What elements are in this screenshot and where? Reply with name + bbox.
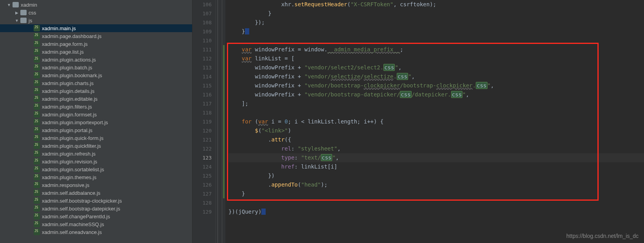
code-line[interactable] <box>228 108 644 117</box>
code-line[interactable]: windowPrefix + "vendor/selectize/selecti… <box>228 72 644 81</box>
line-number: 110 <box>192 36 212 45</box>
tree-file[interactable]: ·xadmin.self.bootstrap-clockpicker.js <box>0 197 192 205</box>
tree-folder-css[interactable]: ▶ css <box>0 9 192 16</box>
chevron-down-icon[interactable]: ▼ <box>6 2 12 7</box>
tree-file[interactable]: ·xadmin.plugin.filters.js <box>0 103 192 111</box>
spacer: · <box>27 33 33 39</box>
tree-file-label: xadmin.plugin.actions.js <box>42 57 96 63</box>
code-line[interactable]: })(jQuery) <box>228 207 644 216</box>
code-line[interactable]: windowPrefix + "vendor/bootstrap-clockpi… <box>228 81 644 90</box>
tree-file[interactable]: ·xadmin.self.bootstrap-datepicker.js <box>0 205 192 212</box>
tree-file[interactable]: ·xadmin.plugin.actions.js <box>0 56 192 63</box>
code-line[interactable]: }); <box>228 18 644 27</box>
spacer: · <box>27 221 33 227</box>
code-line[interactable]: .appendTo("head"); <box>228 180 644 189</box>
tree-file-label: xadmin.plugin.portal.js <box>42 127 92 133</box>
code-line[interactable]: href: linkList[i] <box>228 162 644 171</box>
code-line[interactable]: for (var i = 0; i < linkList.length; i++… <box>228 117 644 126</box>
js-file-icon <box>34 190 40 196</box>
change-marker <box>222 198 225 207</box>
tree-file-label: xadmin.self.addbalance.js <box>42 190 101 196</box>
tree-folder-js[interactable]: ▼ js <box>0 16 192 24</box>
spacer: · <box>27 96 33 102</box>
code-line[interactable]: var windowPrefix = window.__admin_media_… <box>228 45 644 54</box>
tree-file[interactable]: ·xadmin.self.changeParentId.js <box>0 212 192 220</box>
tree-file-label: xadmin.plugin.batch.js <box>42 65 92 71</box>
tree-file-label: xadmin.plugin.details.js <box>42 88 94 94</box>
code-area[interactable]: 1061071081091101111121131141151161171181… <box>192 0 644 243</box>
js-file-icon <box>34 56 40 63</box>
editor[interactable]: 1061071081091101111121131141151161171181… <box>192 0 644 243</box>
spacer: · <box>27 143 33 149</box>
fold-strip[interactable] <box>216 0 222 243</box>
tree-folder-xadmin[interactable]: ▼ xadmin <box>0 1 192 9</box>
code-line[interactable]: }) <box>228 171 644 180</box>
tree-file[interactable]: ·xadmin.plugin.formset.js <box>0 111 192 118</box>
tree-file[interactable]: ·xadmin.plugin.importexport.js <box>0 118 192 126</box>
spacer: · <box>27 120 33 125</box>
line-number: 108 <box>192 18 212 27</box>
change-marker <box>223 162 225 171</box>
tree-file[interactable]: ·xadmin.plugin.details.js <box>0 87 192 95</box>
spacer: · <box>27 49 33 54</box>
code-line[interactable] <box>228 198 644 207</box>
code-line[interactable]: windowPrefix + "vendor/bootstrap-datepic… <box>228 90 644 99</box>
code-line[interactable]: $("<link>") <box>228 126 644 135</box>
line-number: 122 <box>192 144 212 153</box>
chevron-down-icon[interactable]: ▼ <box>14 18 20 23</box>
tree-file[interactable]: ·xadmin.plugin.quickfilter.js <box>0 142 192 150</box>
chevron-right-icon[interactable]: ▶ <box>14 10 20 15</box>
code-line[interactable]: .attr({ <box>228 135 644 144</box>
line-number: 113 <box>192 63 212 72</box>
project-tree[interactable]: ▼ xadmin ▶ css ▼ js ·xadmin.main.js·xadm… <box>0 0 192 243</box>
tree-file-label: xadmin.responsive.js <box>42 182 89 188</box>
code[interactable]: xhr.setRequestHeader("X-CSRFToken", csrf… <box>225 0 644 243</box>
code-line[interactable]: } <box>228 27 644 36</box>
tree-file[interactable]: ·xadmin.plugin.batch.js <box>0 63 192 71</box>
tree-file[interactable]: ·xadmin.plugin.portal.js <box>0 126 192 134</box>
js-file-icon <box>34 25 40 31</box>
line-number: 118 <box>192 108 212 117</box>
code-line[interactable] <box>228 36 644 45</box>
tree-file[interactable]: ·xadmin.self.machineSSQ.js <box>0 220 192 228</box>
tree-file[interactable]: ·xadmin.main.js <box>0 24 192 32</box>
line-number: 116 <box>192 90 212 99</box>
tree-file-label: xadmin.page.form.js <box>42 41 88 47</box>
tree-file[interactable]: ·xadmin.plugin.revision.js <box>0 158 192 165</box>
spacer: · <box>27 104 33 109</box>
tree-file[interactable]: ·xadmin.plugin.sortablelist.js <box>0 165 192 173</box>
js-file-icon <box>34 229 40 235</box>
tree-file[interactable]: ·xadmin.page.dashboard.js <box>0 32 192 40</box>
line-number: 119 <box>192 117 212 126</box>
tree-file[interactable]: ·xadmin.plugin.themes.js <box>0 173 192 181</box>
code-line[interactable]: rel: "stylesheet", <box>228 144 644 153</box>
tree-file[interactable]: ·xadmin.plugin.editable.js <box>0 95 192 103</box>
tree-file[interactable]: ·xadmin.page.form.js <box>0 40 192 48</box>
tree-file[interactable]: ·xadmin.responsive.js <box>0 181 192 189</box>
line-number: 107 <box>192 9 212 18</box>
code-line[interactable]: } <box>228 189 644 198</box>
tree-file[interactable]: ·xadmin.page.list.js <box>0 48 192 56</box>
tree-file-label: xadmin.plugin.sortablelist.js <box>42 167 104 172</box>
tree-file[interactable]: ·xadmin.plugin.refresh.js <box>0 150 192 158</box>
tree-file[interactable]: ·xadmin.plugin.quick-form.js <box>0 134 192 142</box>
code-line[interactable]: var linkList = [ <box>228 54 644 63</box>
code-line[interactable]: xhr.setRequestHeader("X-CSRFToken", csrf… <box>228 0 644 9</box>
code-line[interactable]: } <box>228 9 644 18</box>
tree-file-label: xadmin.plugin.editable.js <box>42 96 97 102</box>
tree-file[interactable]: ·xadmin.self.addbalance.js <box>0 189 192 197</box>
change-marker <box>223 135 225 144</box>
change-marker <box>223 90 225 99</box>
code-line[interactable]: type: "text/css", <box>228 153 644 162</box>
js-file-icon <box>34 119 40 125</box>
tree-file[interactable]: ·xadmin.plugin.charts.js <box>0 79 192 87</box>
change-marker <box>223 189 225 198</box>
tree-file[interactable]: ·xadmin.self.oneadvance.js <box>0 228 192 236</box>
spacer: · <box>27 127 33 133</box>
tree-file[interactable]: ·xadmin.plugin.bookmark.js <box>0 71 192 79</box>
code-line[interactable]: ]; <box>228 99 644 108</box>
tree-file-label: xadmin.plugin.importexport.js <box>42 120 108 125</box>
spacer: · <box>27 174 33 180</box>
change-marker <box>223 99 225 108</box>
code-line[interactable]: windowPrefix + "vendor/select2/select2.c… <box>228 63 644 72</box>
